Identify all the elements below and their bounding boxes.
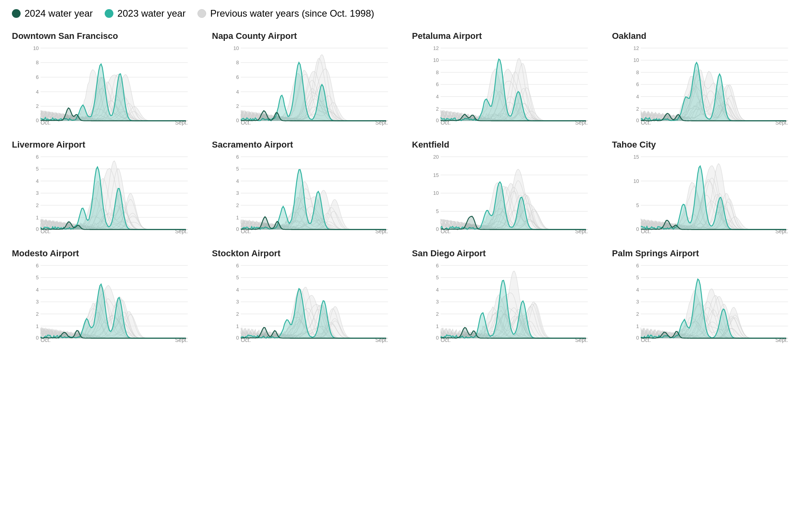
- svg-text:6: 6: [36, 74, 39, 80]
- chart-svg-stockton-airport: 123456 0 Oct. Sept.: [212, 262, 400, 349]
- svg-text:10: 10: [33, 45, 38, 51]
- chart-kentfield: Kentfield 5101520 0 Oct. Sept.: [412, 140, 600, 240]
- svg-text:3: 3: [436, 299, 439, 305]
- chart-svg-petaluma-airport: 24681012 0 Oct. Sept.: [412, 44, 600, 132]
- svg-text:1: 1: [636, 323, 639, 329]
- chart-oakland: Oakland 24681012 0 Oct. Sept.: [612, 31, 801, 132]
- svg-text:2: 2: [636, 311, 639, 317]
- chart-stockton-airport: Stockton Airport 123456 0 Oct. Sept.: [212, 248, 400, 349]
- svg-text:0: 0: [36, 335, 39, 341]
- chart-area-san-diego-airport: 123456 0 Oct. Sept.: [412, 262, 600, 349]
- chart-tahoe-city: Tahoe City 51015 0 Oct. Sept.: [612, 140, 801, 240]
- svg-text:4: 4: [436, 287, 439, 293]
- legend: 2024 water year 2023 water year Previous…: [12, 8, 800, 19]
- svg-text:8: 8: [436, 69, 439, 75]
- svg-text:2: 2: [36, 202, 39, 208]
- svg-text:5: 5: [636, 275, 639, 280]
- chart-area-kentfield: 5101520 0 Oct. Sept.: [412, 153, 600, 240]
- chart-napa-county-airport: Napa County Airport 246810 0 Oct. Sept.: [212, 31, 400, 132]
- chart-title-palm-springs-airport: Palm Springs Airport: [612, 248, 801, 259]
- chart-title-livermore-airport: Livermore Airport: [12, 140, 200, 150]
- chart-area-napa-county-airport: 246810 0 Oct. Sept.: [212, 44, 400, 132]
- chart-title-san-diego-airport: San Diego Airport: [412, 248, 600, 259]
- chart-title-oakland: Oakland: [612, 31, 801, 41]
- chart-area-modesto-airport: 123456 0 Oct. Sept.: [12, 262, 200, 349]
- svg-text:5: 5: [436, 208, 439, 214]
- svg-text:6: 6: [436, 81, 439, 87]
- svg-text:12: 12: [633, 45, 639, 51]
- svg-text:20: 20: [433, 154, 439, 160]
- chart-svg-downtown-sf: 246810 0 Oct. Sept.: [12, 44, 200, 132]
- legend-label-2023: 2023 water year: [117, 8, 186, 19]
- legend-dot-2023: [105, 9, 113, 18]
- svg-text:4: 4: [36, 287, 39, 293]
- svg-text:3: 3: [36, 190, 39, 196]
- svg-text:2: 2: [236, 103, 239, 109]
- svg-text:4: 4: [636, 94, 639, 100]
- svg-text:8: 8: [236, 60, 239, 65]
- chart-downtown-sf: Downtown San Francisco 246810 0 Oct. Sep…: [12, 31, 200, 132]
- svg-text:0: 0: [236, 117, 239, 123]
- chart-title-tahoe-city: Tahoe City: [612, 140, 801, 150]
- svg-text:4: 4: [36, 89, 39, 95]
- svg-text:12: 12: [433, 45, 439, 51]
- svg-text:6: 6: [436, 263, 439, 269]
- svg-text:2: 2: [236, 202, 239, 208]
- svg-text:4: 4: [236, 178, 239, 184]
- svg-text:10: 10: [633, 57, 639, 63]
- svg-text:15: 15: [633, 154, 639, 160]
- svg-text:5: 5: [636, 202, 639, 208]
- svg-text:10: 10: [233, 45, 239, 51]
- chart-livermore-airport: Livermore Airport 123456 0 Oct. Sept.: [12, 140, 200, 240]
- svg-text:4: 4: [436, 94, 439, 100]
- svg-text:2: 2: [36, 311, 39, 317]
- svg-text:5: 5: [236, 166, 239, 172]
- chart-title-kentfield: Kentfield: [412, 140, 600, 150]
- chart-svg-san-diego-airport: 123456 0 Oct. Sept.: [412, 262, 600, 349]
- chart-svg-palm-springs-airport: 123456 0 Oct. Sept.: [612, 262, 801, 349]
- legend-label-prev: Previous water years (since Oct. 1998): [210, 8, 374, 19]
- svg-text:6: 6: [236, 263, 239, 269]
- svg-text:2: 2: [636, 106, 639, 112]
- svg-text:2: 2: [36, 103, 39, 109]
- svg-text:2: 2: [236, 311, 239, 317]
- chart-area-petaluma-airport: 24681012 0 Oct. Sept.: [412, 44, 600, 132]
- chart-san-diego-airport: San Diego Airport 123456 0 Oct. Sept.: [412, 248, 600, 349]
- chart-petaluma-airport: Petaluma Airport 24681012 0 Oct. Sept.: [412, 31, 600, 132]
- chart-area-livermore-airport: 123456 0 Oct. Sept.: [12, 153, 200, 240]
- chart-palm-springs-airport: Palm Springs Airport 123456 0 Oct. Sept.: [612, 248, 801, 349]
- svg-text:5: 5: [436, 275, 439, 280]
- svg-text:15: 15: [433, 172, 439, 178]
- chart-svg-oakland: 24681012 0 Oct. Sept.: [612, 44, 801, 132]
- chart-svg-livermore-airport: 123456 0 Oct. Sept.: [12, 153, 200, 240]
- svg-text:5: 5: [36, 166, 39, 172]
- chart-sacramento-airport: Sacramento Airport 123456 0 Oct. Sept.: [212, 140, 400, 240]
- svg-text:4: 4: [236, 89, 239, 95]
- svg-text:6: 6: [236, 74, 239, 80]
- legend-item-2024: 2024 water year: [12, 8, 93, 19]
- chart-title-petaluma-airport: Petaluma Airport: [412, 31, 600, 41]
- svg-text:1: 1: [36, 215, 39, 221]
- svg-text:3: 3: [636, 299, 639, 305]
- legend-dot-prev: [197, 9, 206, 18]
- svg-text:1: 1: [36, 323, 39, 329]
- svg-text:3: 3: [36, 299, 39, 305]
- svg-text:6: 6: [636, 81, 639, 87]
- svg-text:6: 6: [636, 263, 639, 269]
- svg-text:4: 4: [36, 178, 39, 184]
- svg-text:0: 0: [36, 117, 39, 123]
- svg-text:0: 0: [36, 226, 39, 232]
- charts-grid: Downtown San Francisco 246810 0 Oct. Sep…: [12, 31, 800, 349]
- chart-modesto-airport: Modesto Airport 123456 0 Oct. Sept.: [12, 248, 200, 349]
- svg-text:6: 6: [36, 154, 39, 160]
- svg-text:3: 3: [236, 190, 239, 196]
- svg-text:0: 0: [236, 226, 239, 232]
- legend-label-2024: 2024 water year: [25, 8, 93, 19]
- svg-text:10: 10: [633, 178, 639, 184]
- svg-text:0: 0: [236, 335, 239, 341]
- legend-item-prev: Previous water years (since Oct. 1998): [197, 8, 374, 19]
- chart-area-oakland: 24681012 0 Oct. Sept.: [612, 44, 801, 132]
- legend-dot-2024: [12, 9, 21, 18]
- chart-title-downtown-sf: Downtown San Francisco: [12, 31, 200, 41]
- chart-svg-kentfield: 5101520 0 Oct. Sept.: [412, 153, 600, 240]
